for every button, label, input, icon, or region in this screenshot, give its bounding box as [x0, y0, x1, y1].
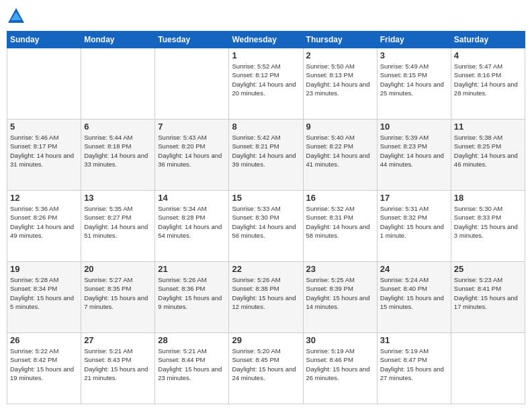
calendar-cell: 22Sunrise: 5:26 AMSunset: 8:38 PMDayligh… [229, 262, 303, 333]
day-number: 18 [454, 193, 522, 203]
day-info: Sunrise: 5:35 AMSunset: 8:27 PMDaylight:… [84, 205, 148, 239]
day-number: 3 [380, 50, 448, 60]
calendar-cell: 17Sunrise: 5:31 AMSunset: 8:32 PMDayligh… [377, 191, 451, 262]
day-number: 21 [158, 264, 226, 274]
calendar-cell: 15Sunrise: 5:33 AMSunset: 8:30 PMDayligh… [229, 191, 303, 262]
day-info: Sunrise: 5:42 AMSunset: 8:21 PMDaylight:… [232, 134, 296, 168]
calendar-header-row: SundayMondayTuesdayWednesdayThursdayFrid… [7, 32, 525, 48]
day-info: Sunrise: 5:22 AMSunset: 8:42 PMDaylight:… [10, 347, 74, 381]
day-info: Sunrise: 5:21 AMSunset: 8:43 PMDaylight:… [84, 347, 148, 381]
day-number: 15 [232, 193, 300, 203]
calendar-cell: 11Sunrise: 5:38 AMSunset: 8:25 PMDayligh… [451, 120, 525, 191]
calendar-cell: 24Sunrise: 5:24 AMSunset: 8:40 PMDayligh… [377, 262, 451, 333]
calendar-cell [7, 48, 81, 120]
calendar-cell: 8Sunrise: 5:42 AMSunset: 8:21 PMDaylight… [229, 120, 303, 191]
calendar-cell: 2Sunrise: 5:50 AMSunset: 8:13 PMDaylight… [303, 48, 377, 120]
day-number: 25 [454, 264, 522, 274]
day-number: 9 [306, 122, 374, 132]
day-number: 30 [306, 335, 374, 345]
day-number: 11 [454, 122, 522, 132]
day-info: Sunrise: 5:36 AMSunset: 8:26 PMDaylight:… [10, 205, 74, 239]
calendar-cell: 5Sunrise: 5:46 AMSunset: 8:17 PMDaylight… [7, 120, 81, 191]
day-info: Sunrise: 5:43 AMSunset: 8:20 PMDaylight:… [158, 134, 222, 168]
day-info: Sunrise: 5:44 AMSunset: 8:18 PMDaylight:… [84, 134, 148, 168]
calendar-cell: 25Sunrise: 5:23 AMSunset: 8:41 PMDayligh… [451, 262, 525, 333]
calendar-cell: 31Sunrise: 5:19 AMSunset: 8:47 PMDayligh… [377, 333, 451, 404]
day-info: Sunrise: 5:24 AMSunset: 8:40 PMDaylight:… [380, 276, 444, 310]
day-info: Sunrise: 5:27 AMSunset: 8:35 PMDaylight:… [84, 276, 148, 310]
day-info: Sunrise: 5:47 AMSunset: 8:16 PMDaylight:… [454, 62, 518, 97]
day-info: Sunrise: 5:25 AMSunset: 8:39 PMDaylight:… [306, 276, 370, 310]
calendar-cell: 1Sunrise: 5:52 AMSunset: 8:12 PMDaylight… [229, 48, 303, 120]
day-number: 23 [306, 264, 374, 274]
calendar-week-row: 26Sunrise: 5:22 AMSunset: 8:42 PMDayligh… [7, 333, 525, 404]
day-header: Saturday [451, 32, 525, 48]
calendar-cell [81, 48, 155, 120]
day-info: Sunrise: 5:31 AMSunset: 8:32 PMDaylight:… [380, 205, 444, 239]
calendar-cell: 3Sunrise: 5:49 AMSunset: 8:15 PMDaylight… [377, 48, 451, 120]
calendar-cell: 18Sunrise: 5:30 AMSunset: 8:33 PMDayligh… [451, 191, 525, 262]
day-number: 24 [380, 264, 448, 274]
logo [7, 7, 28, 26]
calendar-cell: 30Sunrise: 5:19 AMSunset: 8:46 PMDayligh… [303, 333, 377, 404]
day-number: 7 [158, 122, 226, 132]
day-number: 6 [84, 122, 152, 132]
day-number: 10 [380, 122, 448, 132]
calendar-cell: 4Sunrise: 5:47 AMSunset: 8:16 PMDaylight… [451, 48, 525, 120]
calendar-cell [155, 48, 229, 120]
calendar-week-row: 19Sunrise: 5:28 AMSunset: 8:34 PMDayligh… [7, 262, 525, 333]
calendar-table: SundayMondayTuesdayWednesdayThursdayFrid… [7, 31, 525, 404]
calendar-cell: 7Sunrise: 5:43 AMSunset: 8:20 PMDaylight… [155, 120, 229, 191]
day-number: 17 [380, 193, 448, 203]
day-info: Sunrise: 5:39 AMSunset: 8:23 PMDaylight:… [380, 134, 444, 168]
calendar-cell: 27Sunrise: 5:21 AMSunset: 8:43 PMDayligh… [81, 333, 155, 404]
day-number: 27 [84, 335, 152, 345]
calendar-cell: 23Sunrise: 5:25 AMSunset: 8:39 PMDayligh… [303, 262, 377, 333]
day-info: Sunrise: 5:19 AMSunset: 8:47 PMDaylight:… [380, 347, 444, 381]
day-info: Sunrise: 5:32 AMSunset: 8:31 PMDaylight:… [306, 205, 370, 239]
page: SundayMondayTuesdayWednesdayThursdayFrid… [0, 0, 532, 411]
calendar-cell: 12Sunrise: 5:36 AMSunset: 8:26 PMDayligh… [7, 191, 81, 262]
day-info: Sunrise: 5:46 AMSunset: 8:17 PMDaylight:… [10, 134, 74, 168]
day-info: Sunrise: 5:23 AMSunset: 8:41 PMDaylight:… [454, 276, 518, 310]
calendar-cell: 26Sunrise: 5:22 AMSunset: 8:42 PMDayligh… [7, 333, 81, 404]
day-number: 26 [10, 335, 78, 345]
day-number: 31 [380, 335, 448, 345]
day-header: Monday [81, 32, 155, 48]
calendar-cell: 6Sunrise: 5:44 AMSunset: 8:18 PMDaylight… [81, 120, 155, 191]
day-number: 29 [232, 335, 300, 345]
day-info: Sunrise: 5:21 AMSunset: 8:44 PMDaylight:… [158, 347, 222, 381]
day-number: 13 [84, 193, 152, 203]
day-number: 12 [10, 193, 78, 203]
logo-icon [7, 7, 26, 26]
day-number: 1 [232, 50, 300, 60]
day-number: 20 [84, 264, 152, 274]
day-info: Sunrise: 5:30 AMSunset: 8:33 PMDaylight:… [454, 205, 518, 239]
day-header: Tuesday [155, 32, 229, 48]
day-info: Sunrise: 5:20 AMSunset: 8:45 PMDaylight:… [232, 347, 296, 381]
day-info: Sunrise: 5:26 AMSunset: 8:36 PMDaylight:… [158, 276, 222, 310]
calendar-cell: 21Sunrise: 5:26 AMSunset: 8:36 PMDayligh… [155, 262, 229, 333]
day-number: 5 [10, 122, 78, 132]
calendar-cell: 9Sunrise: 5:40 AMSunset: 8:22 PMDaylight… [303, 120, 377, 191]
day-number: 16 [306, 193, 374, 203]
calendar-cell [451, 333, 525, 404]
day-info: Sunrise: 5:19 AMSunset: 8:46 PMDaylight:… [306, 347, 370, 381]
calendar-cell: 19Sunrise: 5:28 AMSunset: 8:34 PMDayligh… [7, 262, 81, 333]
day-number: 22 [232, 264, 300, 274]
calendar-cell: 20Sunrise: 5:27 AMSunset: 8:35 PMDayligh… [81, 262, 155, 333]
day-info: Sunrise: 5:49 AMSunset: 8:15 PMDaylight:… [380, 62, 444, 97]
calendar-cell: 29Sunrise: 5:20 AMSunset: 8:45 PMDayligh… [229, 333, 303, 404]
day-number: 19 [10, 264, 78, 274]
day-info: Sunrise: 5:33 AMSunset: 8:30 PMDaylight:… [232, 205, 296, 239]
day-info: Sunrise: 5:38 AMSunset: 8:25 PMDaylight:… [454, 134, 518, 168]
day-header: Sunday [7, 32, 81, 48]
day-number: 4 [454, 50, 522, 60]
calendar-cell: 13Sunrise: 5:35 AMSunset: 8:27 PMDayligh… [81, 191, 155, 262]
day-header: Friday [377, 32, 451, 48]
day-number: 14 [158, 193, 226, 203]
day-info: Sunrise: 5:52 AMSunset: 8:12 PMDaylight:… [232, 62, 296, 97]
day-header: Thursday [303, 32, 377, 48]
calendar-cell: 28Sunrise: 5:21 AMSunset: 8:44 PMDayligh… [155, 333, 229, 404]
calendar-cell: 14Sunrise: 5:34 AMSunset: 8:28 PMDayligh… [155, 191, 229, 262]
